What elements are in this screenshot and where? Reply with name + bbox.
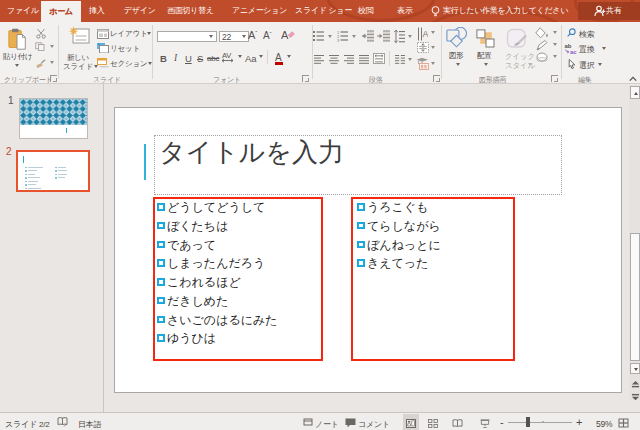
svg-text:3: 3 [337, 38, 340, 42]
svg-text:A: A [423, 28, 429, 38]
svg-text:A: A [281, 29, 289, 41]
svg-text:ac: ac [570, 49, 577, 55]
